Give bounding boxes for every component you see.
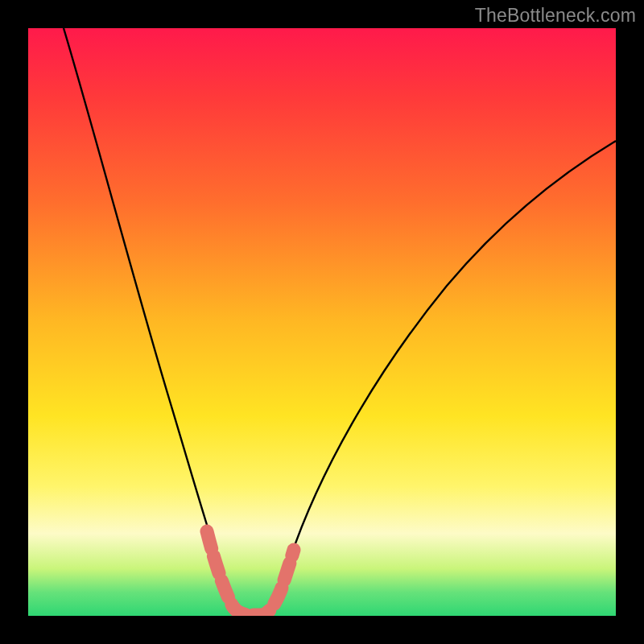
highlight-overlay [207,531,294,615]
curve-svg [28,28,616,616]
watermark-text: TheBottleneck.com [475,5,636,27]
bottleneck-curve [64,28,616,613]
chart-frame: TheBottleneck.com [0,0,644,644]
plot-area [28,28,616,616]
